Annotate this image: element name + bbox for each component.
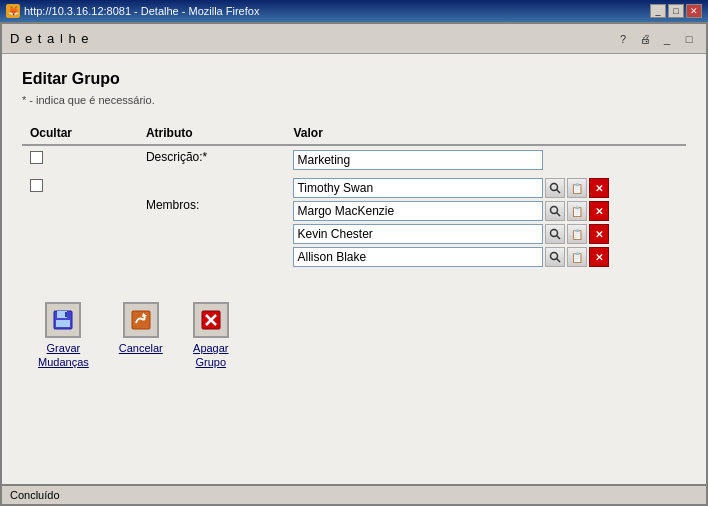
- col-ocultar: Ocultar: [22, 122, 138, 145]
- apagar-label: ApagarGrupo: [193, 341, 228, 370]
- maximize-panel-button[interactable]: □: [680, 30, 698, 48]
- member-copy-btn-3[interactable]: 📋: [567, 224, 587, 244]
- gravar-label: GravarMudanças: [38, 341, 89, 370]
- member-delete-btn-4[interactable]: ✕: [589, 247, 609, 267]
- search-icon: [549, 182, 561, 194]
- window-controls[interactable]: _ □ ✕: [650, 4, 702, 18]
- member-input-3[interactable]: [293, 224, 543, 244]
- membros-label: Membros:: [146, 198, 199, 212]
- membros-row: Membros: 📋: [22, 174, 686, 274]
- member-row-4: 📋 ✕: [293, 247, 678, 267]
- svg-point-2: [551, 207, 558, 214]
- apagar-button[interactable]: ApagarGrupo: [193, 302, 229, 370]
- svg-line-1: [557, 190, 561, 194]
- membros-ocultar-cell: [22, 174, 138, 274]
- title-bar: 🦊 http://10.3.16.12:8081 - Detalhe - Moz…: [0, 0, 708, 22]
- svg-point-4: [551, 230, 558, 237]
- member-search-btn-1[interactable]: [545, 178, 565, 198]
- descricao-ocultar-cell: [22, 145, 138, 174]
- search-icon-2: [549, 205, 561, 217]
- member-search-btn-3[interactable]: [545, 224, 565, 244]
- member-delete-btn-2[interactable]: ✕: [589, 201, 609, 221]
- cancelar-icon: [123, 302, 159, 338]
- toolbar: D e t a l h e ? 🖨 _ □: [2, 24, 706, 54]
- member-delete-btn-1[interactable]: ✕: [589, 178, 609, 198]
- svg-rect-10: [56, 320, 70, 327]
- member-row-1: 📋 ✕: [293, 178, 678, 198]
- member-input-1[interactable]: [293, 178, 543, 198]
- page-title: Editar Grupo: [22, 70, 686, 88]
- button-area: GravarMudanças Cancelar: [22, 294, 686, 378]
- svg-point-6: [551, 253, 558, 260]
- member-copy-btn-2[interactable]: 📋: [567, 201, 587, 221]
- member-delete-btn-3[interactable]: ✕: [589, 224, 609, 244]
- cancelar-button[interactable]: Cancelar: [119, 302, 163, 355]
- descricao-label-cell: Descrição:*: [138, 145, 286, 174]
- descricao-valor-cell: [285, 145, 686, 174]
- member-input-4[interactable]: [293, 247, 543, 267]
- print-button[interactable]: 🖨: [636, 30, 654, 48]
- close-button[interactable]: ✕: [686, 4, 702, 18]
- status-bar: Concluído: [2, 484, 706, 504]
- required-note: * - indica que é necessário.: [22, 94, 686, 106]
- svg-line-5: [557, 236, 561, 240]
- apagar-icon: [193, 302, 229, 338]
- member-copy-btn-4[interactable]: 📋: [567, 247, 587, 267]
- content-area: Editar Grupo * - indica que é necessário…: [2, 54, 706, 484]
- membros-label-cell: Membros:: [138, 174, 286, 274]
- search-icon-3: [549, 228, 561, 240]
- member-search-btn-4[interactable]: [545, 247, 565, 267]
- toolbar-icons: ? 🖨 _ □: [614, 30, 698, 48]
- member-row-2: 📋 ✕: [293, 201, 678, 221]
- membros-checkbox[interactable]: [30, 179, 43, 192]
- col-valor: Valor: [285, 122, 686, 145]
- maximize-button[interactable]: □: [668, 4, 684, 18]
- form-table: Ocultar Atributo Valor Descrição:*: [22, 122, 686, 274]
- member-row-3: 📋 ✕: [293, 224, 678, 244]
- help-button[interactable]: ?: [614, 30, 632, 48]
- main-window: D e t a l h e ? 🖨 _ □ Editar Grupo * - i…: [0, 22, 708, 506]
- member-input-2[interactable]: [293, 201, 543, 221]
- gravar-icon: [45, 302, 81, 338]
- status-text: Concluído: [10, 489, 60, 501]
- svg-rect-12: [132, 311, 150, 329]
- app-icon: 🦊: [6, 4, 20, 18]
- minimize-button[interactable]: _: [650, 4, 666, 18]
- cancelar-label: Cancelar: [119, 341, 163, 355]
- descricao-checkbox[interactable]: [30, 151, 43, 164]
- col-atributo: Atributo: [138, 122, 286, 145]
- gravar-button[interactable]: GravarMudanças: [38, 302, 89, 370]
- member-copy-btn-1[interactable]: 📋: [567, 178, 587, 198]
- svg-line-7: [557, 259, 561, 263]
- search-icon-4: [549, 251, 561, 263]
- window-title: http://10.3.16.12:8081 - Detalhe - Mozil…: [24, 5, 259, 17]
- svg-point-0: [551, 184, 558, 191]
- membros-valor-cell: 📋 ✕ 📋: [285, 174, 686, 274]
- descricao-input[interactable]: [293, 150, 543, 170]
- member-search-btn-2[interactable]: [545, 201, 565, 221]
- svg-rect-11: [65, 312, 67, 317]
- descricao-row: Descrição:*: [22, 145, 686, 174]
- descricao-label: Descrição:*: [146, 150, 207, 164]
- svg-line-3: [557, 213, 561, 217]
- minimize-panel-button[interactable]: _: [658, 30, 676, 48]
- toolbar-title: D e t a l h e: [10, 31, 89, 46]
